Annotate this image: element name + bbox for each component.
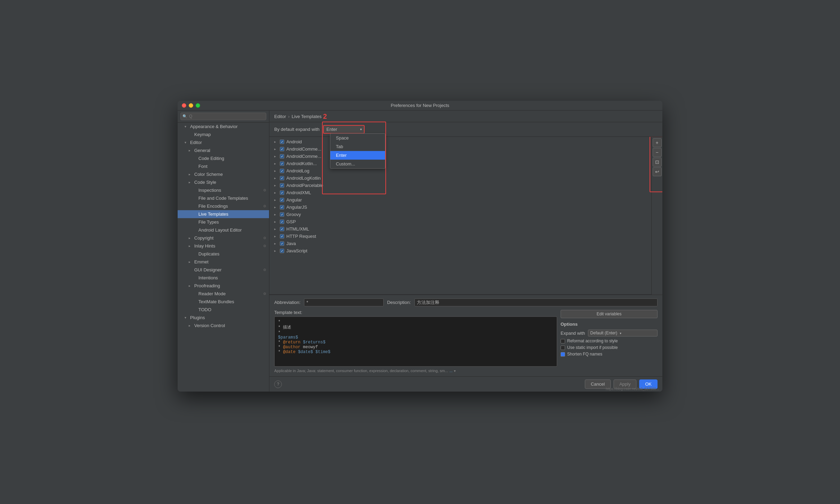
sidebar-item-todo[interactable]: TODO <box>178 306 269 314</box>
sidebar-item-reader-mode[interactable]: Reader Mode ⚙ <box>178 290 269 298</box>
sidebar-item-version-control[interactable]: Version Control <box>178 322 269 330</box>
list-item[interactable]: Java <box>269 240 651 247</box>
edit-variables-button[interactable]: Edit variables <box>561 310 658 318</box>
group-checkbox[interactable] <box>280 176 284 180</box>
group-checkbox[interactable] <box>280 140 284 144</box>
revert-template-button[interactable]: ↩ <box>653 167 662 176</box>
maximize-button[interactable] <box>196 103 200 108</box>
template-code-area[interactable]: * * 描述 * $params$ * @return $returns$ * … <box>274 316 557 367</box>
sidebar-item-file-encodings[interactable]: File Encodings ⚙ <box>178 202 269 210</box>
group-checkbox[interactable] <box>280 161 284 166</box>
list-item[interactable]: AndroidParcelable <box>269 182 651 189</box>
abbreviation-input[interactable] <box>304 298 384 306</box>
group-checkbox[interactable] <box>280 169 284 173</box>
sidebar-item-font[interactable]: Font <box>178 162 269 170</box>
list-item[interactable]: GSP <box>269 218 651 225</box>
settings-icon: ⚙ <box>263 268 266 272</box>
sidebar-item-live-templates[interactable]: Live Templates <box>178 210 269 218</box>
sidebar-search-input[interactable] <box>180 112 266 120</box>
list-item[interactable]: AngularJS <box>269 204 651 211</box>
group-checkbox[interactable] <box>280 249 284 253</box>
sidebar-item-file-code-templates[interactable]: File and Code Templates <box>178 194 269 202</box>
options-title: Options <box>561 322 658 327</box>
group-checkbox[interactable] <box>280 198 284 202</box>
list-item[interactable]: AndroidLogKotlin <box>269 174 651 182</box>
sidebar-label: Appearance & Behavior <box>190 124 238 129</box>
sidebar-item-appearance-behavior[interactable]: Appearance & Behavior <box>178 123 269 130</box>
group-checkbox[interactable] <box>280 183 284 188</box>
reformat-checkbox[interactable] <box>561 339 565 343</box>
sidebar-item-emmet[interactable]: Emmet <box>178 258 269 266</box>
sidebar-label: Editor <box>190 140 202 145</box>
option-space[interactable]: Space <box>330 134 385 142</box>
sidebar-label: Inlay Hints <box>194 243 215 249</box>
copy-icon: ⊡ <box>655 159 659 165</box>
list-item[interactable]: AndroidKotlin... <box>269 160 651 167</box>
copy-template-button[interactable]: ⊡ <box>653 158 662 166</box>
list-item[interactable]: HTML/XML <box>269 225 651 233</box>
sidebar-item-gui-designer[interactable]: GUI Designer ⚙ <box>178 266 269 274</box>
bottom-panel: Abbreviation: Description: Template text… <box>269 295 662 376</box>
list-item[interactable]: Groovy <box>269 211 651 218</box>
list-item[interactable]: AndroidComme... <box>269 145 651 153</box>
chevron-icon <box>189 324 193 328</box>
option-tab[interactable]: Tab <box>330 142 385 151</box>
group-checkbox[interactable] <box>280 234 284 238</box>
sidebar-item-code-style[interactable]: Code Style <box>178 178 269 186</box>
sidebar-label: Live Templates <box>198 212 228 217</box>
sidebar-item-general[interactable]: General <box>178 146 269 154</box>
help-button[interactable]: ? <box>274 380 282 388</box>
group-checkbox[interactable] <box>280 212 284 217</box>
group-checkbox[interactable] <box>280 241 284 246</box>
list-item[interactable]: HTTP Request <box>269 233 651 240</box>
group-name: AngularJS <box>286 205 307 210</box>
breadcrumb-parent: Editor <box>274 114 286 119</box>
group-checkbox[interactable] <box>280 219 284 224</box>
remove-template-button[interactable]: − <box>653 148 662 157</box>
sidebar-item-keymap[interactable]: Keymap <box>178 130 269 138</box>
chevron-icon <box>185 125 189 129</box>
list-item[interactable]: AndroidComme... <box>269 153 651 160</box>
shorten-fq-checkbox[interactable] <box>561 352 565 357</box>
group-checkbox[interactable] <box>280 205 284 209</box>
sidebar-item-color-scheme[interactable]: Color Scheme <box>178 170 269 178</box>
group-checkbox[interactable] <box>280 147 284 151</box>
sidebar-item-file-types[interactable]: File Types <box>178 218 269 226</box>
sidebar-item-copyright[interactable]: Copyright ⚙ <box>178 234 269 242</box>
sidebar-item-duplicates[interactable]: Duplicates <box>178 250 269 258</box>
sidebar-item-plugins[interactable]: Plugins <box>178 314 269 322</box>
option-custom[interactable]: Custom... <box>330 160 385 168</box>
sidebar-item-code-editing[interactable]: Code Editing <box>178 154 269 162</box>
static-import-checkbox[interactable] <box>561 345 565 350</box>
sidebar-item-android-layout-editor[interactable]: Android Layout Editor <box>178 226 269 234</box>
description-input[interactable] <box>414 298 658 306</box>
sidebar-item-textmate-bundles[interactable]: TextMate Bundles <box>178 298 269 306</box>
group-checkbox[interactable] <box>280 190 284 195</box>
list-item[interactable]: Angular <box>269 196 651 204</box>
plus-icon: + <box>655 140 658 145</box>
expand-dropdown[interactable]: Enter <box>323 125 365 134</box>
list-item[interactable]: AndroidLog <box>269 167 651 174</box>
expand-with-dropdown[interactable]: Default (Enter) ▾ <box>588 330 658 336</box>
sidebar-item-inspections[interactable]: Inspections ⚙ <box>178 186 269 194</box>
sidebar: 🔍 Appearance & Behavior Keymap <box>178 110 269 392</box>
option-enter[interactable]: Enter <box>330 151 385 160</box>
add-template-button[interactable]: + <box>653 138 662 147</box>
sidebar-item-proofreading[interactable]: Proofreading <box>178 282 269 290</box>
list-item[interactable]: AndroidXML <box>269 189 651 196</box>
list-item[interactable]: JavaScript <box>269 247 651 254</box>
sidebar-label: Font <box>198 164 207 169</box>
options-panel: Edit variables Options Expand with Defau… <box>561 310 658 367</box>
sidebar-item-inlay-hints[interactable]: Inlay Hints ⚙ <box>178 242 269 250</box>
minimize-button[interactable] <box>189 103 193 108</box>
applicable-more-link[interactable]: ... <box>449 369 453 373</box>
expand-value: Enter <box>327 127 337 132</box>
sidebar-item-editor[interactable]: Editor <box>178 138 269 146</box>
group-checkbox[interactable] <box>280 154 284 159</box>
list-item[interactable]: Android <box>269 138 651 145</box>
group-name: AndroidKotlin... <box>286 161 317 166</box>
group-checkbox[interactable] <box>280 227 284 231</box>
chevron-down-icon[interactable]: ▾ <box>454 369 456 373</box>
sidebar-item-intentions[interactable]: Intentions <box>178 274 269 282</box>
close-button[interactable] <box>182 103 186 108</box>
